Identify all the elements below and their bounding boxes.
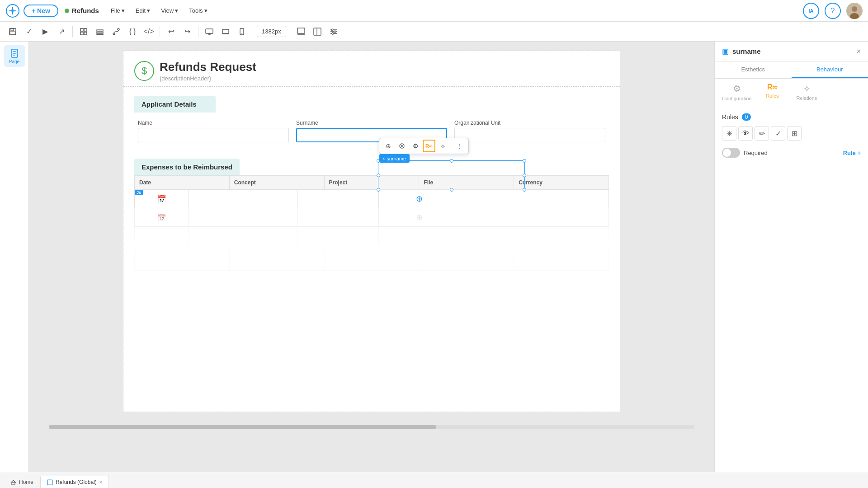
logic-button[interactable]: { } (125, 24, 140, 39)
sidebar-item-page[interactable]: Page (4, 45, 25, 67)
svg-rect-11 (84, 28, 87, 31)
tools-menu[interactable]: Tools ▾ (184, 5, 212, 16)
components-button[interactable] (76, 24, 91, 39)
rule-btn-grid[interactable]: ⊞ (787, 126, 802, 141)
run-button[interactable]: ▶ (38, 24, 52, 39)
form-header: $ Refunds Request {descriptionHeader} (123, 51, 620, 87)
sub-tab-configuration[interactable]: ⚙ Configuration (722, 83, 751, 101)
expenses-section: Expenses to be Reimbursed Date Concept P… (134, 159, 609, 241)
row3-file[interactable] (379, 227, 460, 245)
expenses-section-header: Expenses to be Reimbursed (134, 159, 240, 175)
row1-project[interactable] (297, 190, 379, 208)
page-label: Page (9, 59, 19, 64)
b1c2[interactable] (230, 250, 325, 270)
b1c3[interactable] (325, 250, 420, 270)
page-icon (9, 48, 19, 58)
export-button[interactable]: ↗ (54, 24, 69, 39)
h-scrollbar-thumb[interactable] (49, 425, 436, 429)
row3-project[interactable] (297, 227, 379, 245)
required-toggle[interactable] (722, 148, 740, 158)
svg-point-33 (331, 29, 333, 31)
svg-point-5 (852, 6, 857, 12)
save-button[interactable] (5, 24, 20, 39)
panel-close-button[interactable]: × (857, 47, 861, 56)
required-row: Required Rule + (722, 148, 861, 158)
panel-body: Rules 0 ✳ 👁 ✏ ✓ ⊞ Required Rule + (715, 106, 868, 472)
sub-tab-rules[interactable]: R∞ Rules (759, 83, 786, 101)
ft-settings-btn[interactable] (396, 140, 408, 152)
row1-date[interactable]: Js 📅 (135, 190, 189, 208)
form-icon: $ (134, 61, 154, 81)
grid-button[interactable] (294, 24, 308, 39)
row1-currency[interactable] (460, 190, 505, 208)
name-input[interactable] (138, 128, 289, 142)
row2-project[interactable] (297, 208, 379, 226)
rule-btn-asterisk[interactable]: ✳ (722, 126, 736, 141)
b1c4[interactable] (419, 250, 514, 270)
topbar: + New Refunds File ▾ Edit ▾ View ▾ Tools… (0, 0, 868, 22)
form-subtitle: {descriptionHeader} (160, 75, 256, 82)
panel-title: surname (732, 47, 761, 55)
row2-concept[interactable] (189, 208, 297, 226)
canvas-content: $ Refunds Request {descriptionHeader} Ap… (123, 51, 620, 412)
file-menu[interactable]: File ▾ (106, 5, 129, 16)
table-row-3 (134, 227, 609, 241)
svg-rect-19 (206, 29, 213, 33)
edit-menu[interactable]: Edit ▾ (131, 5, 155, 16)
toggle-knob (723, 149, 731, 157)
sub-tab-relations[interactable]: ⟡ Relations (793, 83, 820, 101)
svg-point-3 (11, 9, 14, 13)
ft-gear-btn[interactable]: ⚙ (409, 140, 422, 152)
check-button[interactable]: ✓ (22, 24, 36, 39)
tab-esthetics[interactable]: Esthetics (715, 61, 792, 78)
row1-concept[interactable] (189, 190, 297, 208)
laptop-view-button[interactable] (218, 24, 233, 39)
ft-move-btn[interactable]: ⊕ (382, 140, 395, 152)
h-scrollbar[interactable] (49, 425, 694, 429)
code-button[interactable]: </> (142, 24, 156, 39)
rule-btn-check[interactable]: ✓ (771, 126, 785, 141)
b1c5[interactable] (514, 250, 609, 270)
tab-name: Refunds (72, 7, 99, 14)
ft-rules-btn[interactable]: R∞ (423, 140, 435, 152)
row3-concept[interactable] (189, 227, 297, 245)
new-button[interactable]: + New (24, 5, 58, 17)
settings-button[interactable] (326, 24, 341, 39)
ia-button[interactable]: IA (803, 3, 819, 19)
b1c1[interactable] (135, 250, 230, 270)
undo-button[interactable]: ↩ (164, 24, 178, 39)
redo-button[interactable]: ↪ (180, 24, 194, 39)
help-button[interactable]: ? (825, 3, 841, 19)
view-menu[interactable]: View ▾ (156, 5, 183, 16)
row3-currency[interactable] (460, 227, 505, 245)
status-dot (65, 9, 69, 13)
row1-file[interactable]: ⊕ (379, 190, 460, 208)
orgunit-input[interactable] (454, 128, 605, 142)
tab-close-button[interactable]: × (99, 479, 102, 485)
bottom-tab-refunds[interactable]: Refunds (Global) × (40, 476, 109, 488)
rule-btn-edit[interactable]: ✏ (755, 126, 769, 141)
panel-button[interactable] (310, 24, 325, 39)
routes-button[interactable] (109, 24, 123, 39)
row2-date[interactable]: 📅 (135, 208, 189, 226)
bottom-tab-home[interactable]: Home (4, 476, 40, 488)
mobile-view-button[interactable] (235, 24, 249, 39)
svg-rect-12 (80, 32, 83, 35)
separator-1 (72, 26, 73, 37)
field-label-tag: surname (379, 154, 410, 163)
panel-sub-tabs: ⚙ Configuration R∞ Rules ⟡ Relations (715, 79, 868, 106)
ft-connect-btn[interactable]: ⟡ (436, 140, 449, 152)
avatar (846, 3, 863, 19)
layers-button[interactable] (93, 24, 107, 39)
main-area: Page $ Refunds Request {descriptionHeade… (0, 42, 868, 472)
row2-file[interactable]: ⊕ (379, 208, 460, 226)
ft-more-btn[interactable]: ⋮ (453, 140, 466, 152)
rule-plus-button[interactable]: Rule + (843, 150, 861, 156)
row3-date[interactable] (135, 227, 189, 245)
rule-btn-eye[interactable]: 👁 (738, 126, 753, 141)
row2-currency[interactable] (460, 208, 505, 226)
tab-behaviour[interactable]: Behaviour (792, 61, 868, 78)
canvas-area[interactable]: $ Refunds Request {descriptionHeader} Ap… (29, 42, 714, 472)
separator-3 (198, 26, 198, 37)
desktop-view-button[interactable] (202, 24, 217, 39)
